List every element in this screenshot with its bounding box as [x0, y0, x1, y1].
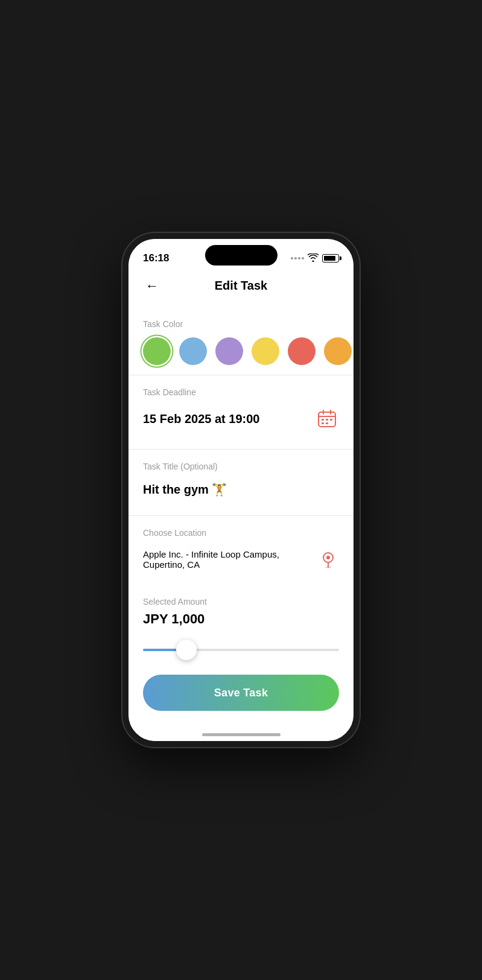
deadline-value: 15 Feb 2025 at 19:00	[143, 412, 259, 426]
back-button[interactable]: ←	[143, 276, 161, 296]
color-orange[interactable]	[324, 337, 352, 365]
deadline-row: 15 Feb 2025 at 19:00	[143, 406, 339, 439]
svg-rect-6	[330, 419, 332, 421]
svg-point-12	[325, 567, 331, 568]
page-header: ← Edit Task	[143, 269, 339, 307]
wifi-icon	[308, 253, 319, 264]
color-yellow[interactable]	[252, 337, 279, 365]
calendar-icon	[317, 410, 337, 428]
color-green[interactable]	[143, 337, 171, 365]
location-section: Choose Location Apple Inc. - Infinite Lo…	[143, 516, 339, 585]
calendar-button[interactable]	[315, 408, 339, 430]
svg-point-10	[326, 556, 330, 559]
signal-icon	[291, 257, 304, 259]
color-red[interactable]	[288, 337, 316, 365]
svg-rect-8	[326, 422, 328, 424]
dynamic-island	[205, 245, 277, 266]
task-deadline-section: Task Deadline 15 Feb 2025 at 19:00	[143, 375, 339, 449]
location-row: Apple Inc. - Infinite Loop Campus, Cuper…	[143, 546, 339, 575]
home-indicator	[128, 721, 354, 741]
color-purple[interactable]	[215, 337, 243, 365]
amount-section: Selected Amount JPY 1,000	[143, 585, 339, 670]
status-icons	[291, 253, 339, 264]
task-title-input[interactable]	[143, 480, 339, 506]
location-pin-button[interactable]	[317, 549, 339, 570]
page-title: Edit Task	[215, 279, 267, 293]
slider-track	[143, 649, 339, 651]
task-color-section: Task Color	[143, 307, 339, 375]
task-deadline-label: Task Deadline	[143, 387, 339, 397]
amount-slider[interactable]	[143, 639, 339, 661]
location-label: Choose Location	[143, 528, 339, 538]
svg-rect-4	[322, 419, 324, 421]
slider-thumb[interactable]	[176, 640, 197, 660]
battery-icon	[322, 254, 339, 262]
task-title-section: Task Title (Optional)	[143, 450, 339, 515]
color-picker	[143, 337, 339, 365]
svg-rect-7	[322, 422, 324, 424]
status-time: 16:18	[143, 252, 169, 264]
home-bar	[202, 733, 281, 736]
svg-rect-5	[326, 419, 328, 421]
task-color-label: Task Color	[143, 319, 339, 329]
amount-label: Selected Amount	[143, 597, 339, 606]
save-task-button[interactable]: Save Task	[143, 675, 339, 711]
color-blue[interactable]	[179, 337, 207, 365]
pin-icon	[319, 550, 337, 568]
task-title-label: Task Title (Optional)	[143, 462, 339, 471]
location-value: Apple Inc. - Infinite Loop Campus, Cuper…	[143, 549, 317, 570]
amount-value: JPY 1,000	[143, 611, 339, 627]
